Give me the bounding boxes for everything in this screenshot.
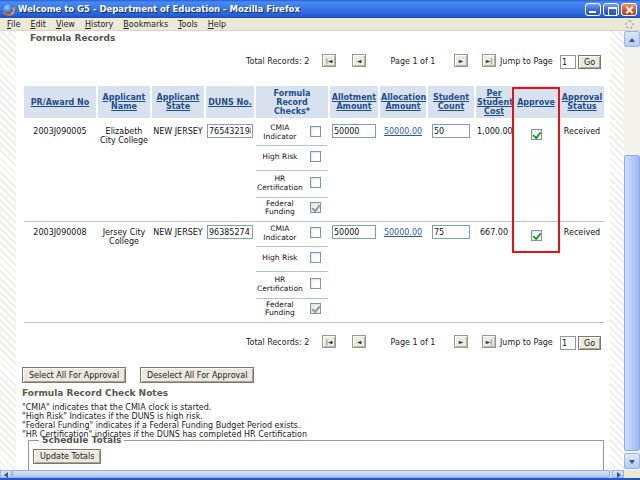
- vertical-scrollbar[interactable]: [624, 31, 640, 470]
- total-records-text: Total Records:: [246, 338, 302, 347]
- header-applicant-state: Applicant State: [152, 86, 204, 118]
- menu-history[interactable]: History: [80, 19, 118, 30]
- cell-applicant-state: NEW JERSEY: [152, 222, 204, 322]
- window-controls: [585, 3, 637, 16]
- last-page-button[interactable]: ►|: [482, 54, 496, 67]
- header-allocation-link[interactable]: Allocation Amount: [381, 93, 426, 111]
- approve-column-highlight: [512, 87, 560, 253]
- vertical-scrollbar-thumb[interactable]: [624, 155, 640, 451]
- firefox-icon: [3, 4, 14, 15]
- cell-duns: [206, 121, 254, 221]
- check-row-cmia: CMIA Indicator: [256, 121, 328, 145]
- horizontal-scrollbar-thumb[interactable]: [12, 470, 610, 478]
- row-separator: [24, 322, 604, 323]
- menu-tools[interactable]: Tools: [173, 19, 203, 30]
- restore-button[interactable]: [603, 3, 619, 16]
- total-records-value: 2: [304, 57, 309, 66]
- header-duns-link[interactable]: DUNS No.: [208, 98, 252, 107]
- federal-funding-checkbox: [310, 202, 321, 213]
- check-label: CMIA Indicator: [256, 121, 304, 145]
- header-pr-award-link[interactable]: PR/Award No: [31, 98, 90, 107]
- cmia-checkbox[interactable]: [310, 126, 321, 137]
- prev-page-button[interactable]: ◄: [352, 335, 366, 348]
- page-indicator: Page 1 of 1: [382, 338, 444, 347]
- cell-student-count: [428, 121, 474, 221]
- high-risk-checkbox[interactable]: [310, 151, 321, 162]
- title-bar: Welcome to G5 - Department of Education …: [0, 0, 640, 18]
- header-applicant-name-link[interactable]: Applicant Name: [103, 93, 146, 111]
- allotment-input[interactable]: [332, 124, 376, 138]
- header-allotment-link[interactable]: Allotment Amount: [332, 93, 376, 111]
- schedule-totals-legend: Schedule Totals: [39, 435, 124, 445]
- high-risk-checkbox[interactable]: [310, 252, 321, 263]
- allocation-amount-link[interactable]: 50000.00: [384, 228, 422, 237]
- cell-formula-checks: CMIA Indicator High Risk HR Certificatio…: [256, 121, 328, 221]
- notes-list: "CMIA" indicates that the CMIA clock is …: [22, 403, 307, 439]
- update-totals-button[interactable]: Update Totals: [33, 449, 101, 464]
- cell-applicant-name: Elizabeth City College: [98, 121, 150, 221]
- jump-to-page-input[interactable]: [560, 55, 576, 69]
- cell-student-count: [428, 222, 474, 322]
- menu-bookmarks[interactable]: Bookmarks: [118, 19, 173, 30]
- header-duns: DUNS No.: [206, 86, 254, 118]
- scroll-right-icon[interactable]: [612, 470, 624, 478]
- header-per-student-cost-link[interactable]: Per Student Cost: [477, 89, 513, 116]
- duns-input[interactable]: [207, 124, 253, 138]
- allotment-input[interactable]: [332, 225, 376, 239]
- deselect-all-for-approval-button[interactable]: Deselect All For Approval: [140, 367, 254, 383]
- menu-edit[interactable]: Edit: [25, 19, 51, 30]
- page-left-margin: [0, 31, 16, 470]
- student-count-input[interactable]: [432, 225, 470, 239]
- first-page-button[interactable]: |◄: [322, 335, 336, 348]
- pagination-bottom: Total Records: 2 |◄ ◄ Page 1 of 1 ► ►| J…: [16, 333, 610, 355]
- close-button[interactable]: [621, 3, 637, 16]
- header-student-count-link[interactable]: Student Count: [433, 93, 469, 111]
- next-page-button[interactable]: ►: [454, 335, 468, 348]
- page-title: Formula Records: [30, 33, 115, 43]
- jump-to-page-input[interactable]: [560, 336, 576, 350]
- cell-allotment: [330, 222, 378, 322]
- cell-per-student-cost: 667.00: [476, 222, 512, 322]
- header-applicant-state-link[interactable]: Applicant State: [157, 93, 200, 111]
- check-label: CMIA Indicator: [256, 222, 304, 246]
- minimize-button[interactable]: [585, 3, 601, 16]
- menu-bar: File Edit View History Bookmarks Tools H…: [0, 18, 640, 31]
- check-label: High Risk: [256, 145, 304, 170]
- menu-help[interactable]: Help: [203, 19, 231, 30]
- allocation-amount-link[interactable]: 50000.00: [384, 127, 422, 136]
- scroll-left-icon[interactable]: [0, 470, 12, 478]
- first-page-button[interactable]: |◄: [322, 54, 336, 67]
- next-page-button[interactable]: ►: [454, 54, 468, 67]
- select-all-for-approval-button[interactable]: Select All For Approval: [22, 367, 126, 383]
- horizontal-scrollbar[interactable]: [0, 470, 624, 478]
- prev-page-button[interactable]: ◄: [352, 54, 366, 67]
- total-records-label: Total Records: 2: [246, 57, 309, 66]
- duns-input[interactable]: [207, 225, 253, 239]
- cell-pr-award: 2003J090005: [24, 121, 96, 221]
- scroll-up-icon[interactable]: [624, 31, 640, 47]
- header-per-student-cost: Per Student Cost: [476, 86, 512, 118]
- menu-view[interactable]: View: [51, 19, 80, 30]
- menu-file[interactable]: File: [2, 19, 25, 30]
- check-row-federal-funding: Federal Funding: [256, 298, 328, 320]
- header-approval-status-link[interactable]: Approval Status: [562, 93, 602, 111]
- cell-allotment: [330, 121, 378, 221]
- check-row-federal-funding: Federal Funding: [256, 197, 328, 219]
- student-count-input[interactable]: [432, 124, 470, 138]
- last-page-button[interactable]: ►|: [482, 335, 496, 348]
- note-line: "Federal Funding" indicates if a Federal…: [22, 421, 307, 430]
- hr-certification-checkbox[interactable]: [310, 177, 321, 188]
- cmia-checkbox[interactable]: [310, 227, 321, 238]
- window-title: Welcome to G5 - Department of Education …: [18, 4, 585, 14]
- go-button[interactable]: Go: [578, 336, 601, 350]
- hr-certification-checkbox[interactable]: [310, 278, 321, 289]
- cell-allocation: 50000.00: [380, 222, 426, 322]
- check-row-cmia: CMIA Indicator: [256, 222, 328, 246]
- page-indicator: Page 1 of 1: [382, 57, 444, 66]
- scroll-down-icon[interactable]: [624, 453, 640, 469]
- go-button[interactable]: Go: [578, 55, 601, 69]
- check-label: HR Certification: [256, 271, 304, 298]
- header-applicant-name: Applicant Name: [98, 86, 150, 118]
- federal-funding-checkbox: [310, 303, 321, 314]
- cell-applicant-name: Jersey City College: [98, 222, 150, 322]
